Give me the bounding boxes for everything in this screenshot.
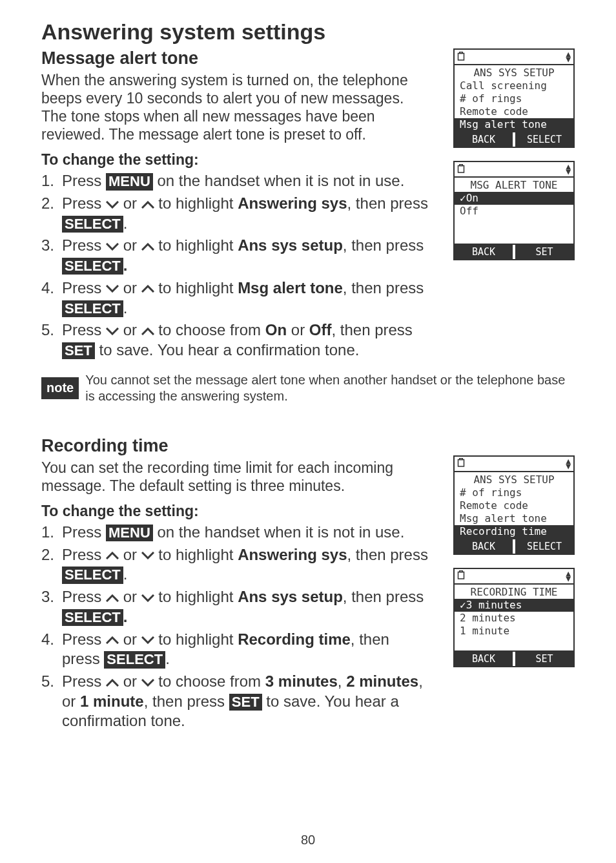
chevron-up-icon xyxy=(141,243,154,251)
screen-title: ANS SYS SETUP xyxy=(455,473,573,486)
step-3: Press or to highlight Ans sys setup, the… xyxy=(41,587,429,627)
steps-list: Press MENU on the handset when it is not… xyxy=(41,171,429,360)
text: Press xyxy=(62,321,106,338)
section-body: When the answering system is turned on, … xyxy=(41,71,429,143)
screen-row-selected: ✓3 minutes xyxy=(455,599,573,612)
subheading: To change the setting: xyxy=(41,503,429,520)
note-block: note You cannot set the message alert to… xyxy=(41,372,575,405)
softkey-set: SET xyxy=(513,245,573,259)
highlight-text: Answering sys xyxy=(238,546,347,563)
screen-row: 1 minute xyxy=(455,625,573,638)
text: Press xyxy=(62,523,106,541)
text: , then press xyxy=(347,194,428,212)
screen-row-selected: Msg alert tone xyxy=(455,118,573,131)
text: to highlight xyxy=(154,194,238,212)
section-heading-msg-alert: Message alert tone xyxy=(41,48,429,68)
screen-title: ANS SYS SETUP xyxy=(455,67,573,79)
select-key: SELECT xyxy=(62,300,123,317)
select-key: SELECT xyxy=(62,609,123,626)
text: or xyxy=(119,630,141,648)
text: , then press xyxy=(343,236,424,254)
text: or xyxy=(119,321,141,338)
highlight-text: Ans sys setup xyxy=(238,588,343,605)
softkey-back: BACK xyxy=(455,652,513,666)
chevron-down-icon xyxy=(106,201,119,209)
text: , then press xyxy=(144,692,229,710)
highlight-text: Off xyxy=(309,321,332,338)
text: Press xyxy=(62,194,106,212)
text: or xyxy=(119,588,141,605)
screen-row-selected: Recording time xyxy=(455,525,573,538)
chevron-down-icon xyxy=(141,679,154,687)
text: Press xyxy=(62,546,106,563)
chevron-up-icon xyxy=(141,201,154,209)
text: on the handset when it is not in use. xyxy=(153,172,405,189)
select-key: SELECT xyxy=(62,216,123,233)
menu-key: MENU xyxy=(106,525,153,541)
highlight-text: 3 minutes xyxy=(265,672,338,690)
section-heading-recording-time: Recording time xyxy=(41,436,429,456)
softkey-back: BACK xyxy=(455,245,513,259)
scroll-arrows-icon: ▲▼ xyxy=(566,52,571,62)
chevron-up-icon xyxy=(106,636,119,644)
screen-row xyxy=(455,638,573,650)
phone-screen-recording-time: ▲▼ RECORDING TIME ✓3 minutes 2 minutes 1… xyxy=(453,568,575,667)
select-key: SELECT xyxy=(104,651,165,668)
note-text: You cannot set the message alert tone wh… xyxy=(85,372,575,405)
text: , xyxy=(338,672,346,690)
step-5: Press or to choose from 3 minutes, 2 min… xyxy=(41,672,429,731)
text: to choose from xyxy=(154,672,265,690)
highlight-text: Answering sys xyxy=(238,194,347,212)
text: on the handset when it is not in use. xyxy=(153,523,405,541)
scroll-arrows-icon: ▲▼ xyxy=(566,459,571,469)
softkey-select: SELECT xyxy=(513,132,573,147)
text: to save. You hear a confirmation tone. xyxy=(95,341,360,359)
chevron-down-icon xyxy=(106,285,119,293)
phone-screen-ans-sys-setup-2: ▲▼ ANS SYS SETUP # of rings Remote code … xyxy=(453,455,575,555)
screen-row: Call screening xyxy=(455,79,573,92)
screen-title: RECORDING TIME xyxy=(455,586,573,599)
text: Press xyxy=(62,172,106,189)
step-5: Press or to choose from On or Off, then … xyxy=(41,320,429,360)
text: Press xyxy=(62,236,106,254)
text: or xyxy=(119,236,141,254)
phone-screen-msg-alert-tone: ▲▼ MSG ALERT TONE ✓On Off BACK SET xyxy=(453,161,575,260)
step-4: Press or to highlight Recording time, th… xyxy=(41,630,429,669)
text: Press xyxy=(62,672,106,690)
chevron-up-icon xyxy=(106,594,119,602)
screen-row: 2 minutes xyxy=(455,612,573,625)
highlight-text: Recording time xyxy=(238,630,351,648)
step-1: Press MENU on the handset when it is not… xyxy=(41,171,429,191)
text: to highlight xyxy=(154,546,238,563)
scroll-arrows-icon: ▲▼ xyxy=(566,164,571,174)
set-key: SET xyxy=(62,342,95,359)
battery-icon xyxy=(457,457,465,470)
highlight-text: 2 minutes xyxy=(346,672,418,690)
chevron-up-icon xyxy=(141,285,154,293)
softkey-set: SET xyxy=(513,652,573,666)
subheading: To change the setting: xyxy=(41,151,429,169)
text: or xyxy=(119,546,141,563)
chevron-down-icon xyxy=(141,636,154,644)
chevron-down-icon xyxy=(141,552,154,559)
text: Press xyxy=(62,588,106,605)
text: , then press xyxy=(343,279,424,296)
screen-row: # of rings xyxy=(455,486,573,499)
softkey-back: BACK xyxy=(455,132,513,147)
set-key: SET xyxy=(229,694,262,711)
text: or xyxy=(287,321,309,338)
step-2: Press or to highlight Answering sys, the… xyxy=(41,194,429,233)
step-1: Press MENU on the handset when it is not… xyxy=(41,523,429,543)
menu-key: MENU xyxy=(106,173,153,190)
text: or xyxy=(119,672,141,690)
chevron-up-icon xyxy=(106,679,119,687)
step-3: Press or to highlight Ans sys setup, the… xyxy=(41,236,429,275)
text: Press xyxy=(62,279,106,296)
screen-row: Off xyxy=(455,205,573,218)
highlight-text: Msg alert tone xyxy=(238,279,343,296)
section-body: You can set the recording time limit for… xyxy=(41,459,429,495)
chevron-up-icon xyxy=(141,328,154,335)
chevron-down-icon xyxy=(141,594,154,602)
steps-list: Press MENU on the handset when it is not… xyxy=(41,523,429,731)
step-4: Press or to highlight Msg alert tone, th… xyxy=(41,278,429,318)
